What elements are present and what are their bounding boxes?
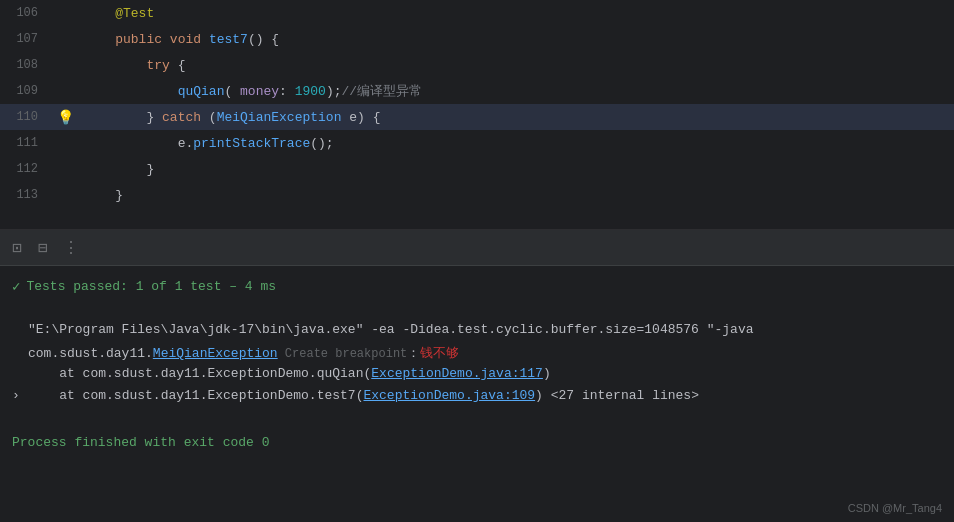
comment-109: //编译型异常 — [342, 84, 423, 99]
test-passed-text: Tests passed: 1 of 1 test – 4 ms — [26, 279, 276, 294]
code-line-111: 111 e.printStackTrace(); — [0, 130, 954, 156]
code-line-107: 107 public void test7() { — [0, 26, 954, 52]
console-empty-2 — [0, 409, 954, 431]
colon-sep: ： — [407, 346, 420, 361]
kw-public: public — [115, 32, 162, 47]
kw-void: void — [170, 32, 201, 47]
line-content-107: public void test7() { — [80, 32, 954, 47]
punc-110b: e) { — [341, 110, 380, 125]
line-content-106: @Test — [80, 6, 954, 21]
more-icon[interactable]: ⋮ — [59, 236, 83, 260]
stack2-content: at com.sdust.day11.ExceptionDemo.test7(E… — [28, 388, 942, 403]
line-content-111: e.printStackTrace(); — [80, 136, 954, 151]
kw-try: try — [146, 58, 169, 73]
line-number-108: 108 — [0, 58, 50, 72]
closing-brace-110: } — [146, 110, 162, 125]
code-line-113: 113 } — [0, 182, 954, 208]
stack1-content: at com.sdust.day11.ExceptionDemo.quQian(… — [28, 366, 942, 381]
code-line-110: 110 💡 } catch (MeiQianException e) { — [0, 104, 954, 130]
brace-113: } — [115, 188, 123, 203]
annotation-test: @Test — [84, 6, 154, 21]
stack2-link[interactable]: ExceptionDemo.java:109 — [363, 388, 535, 403]
brace-112: } — [146, 162, 154, 177]
rerun-icon[interactable]: ⊡ — [8, 236, 26, 260]
arrow-stack2: › — [12, 388, 28, 403]
line-number-106: 106 — [0, 6, 50, 20]
colon-sep: : — [279, 84, 287, 99]
exception-content: com.sdust.day11.MeiQianException Create … — [28, 344, 942, 362]
process-finished-text: Process finished with exit code 0 — [12, 435, 269, 450]
exception-class-link[interactable]: MeiQianException — [153, 346, 278, 361]
stack2-suffix: ) <27 internal lines> — [535, 388, 699, 403]
line-number-107: 107 — [0, 32, 50, 46]
line-content-112: } — [80, 162, 954, 177]
stack1-end: ) — [543, 366, 551, 381]
console-exception-line: com.sdust.day11.MeiQianException Create … — [0, 343, 954, 365]
code-line-106: 106 @Test — [0, 0, 954, 26]
csdn-watermark: CSDN @Mr_Tang4 — [848, 502, 942, 514]
lightbulb-icon[interactable]: 💡 — [57, 109, 74, 126]
kw-catch: catch — [162, 110, 201, 125]
line-number-111: 111 — [0, 136, 50, 150]
fn-test7: test7 — [209, 32, 248, 47]
punc-110a: ( — [201, 110, 217, 125]
console-stack1: at com.sdust.day11.ExceptionDemo.quQian(… — [0, 365, 954, 387]
gutter-110: 💡 — [50, 109, 80, 126]
exception-prefix: com.sdust.day11. — [28, 346, 153, 361]
test-passed-line: ✓ Tests passed: 1 of 1 test – 4 ms — [0, 274, 954, 299]
console-cmd-line: "E:\Program Files\Java\jdk-17\bin\java.e… — [0, 321, 954, 343]
line-content-108: try { — [80, 58, 954, 73]
stack2-prefix: at com.sdust.day11.ExceptionDemo.test7( — [28, 388, 363, 403]
console-stack2: › at com.sdust.day11.ExceptionDemo.test7… — [0, 387, 954, 409]
code-line-112: 112 } — [0, 156, 954, 182]
empty-content-2 — [28, 410, 942, 425]
watermark-text: CSDN @Mr_Tang4 — [848, 502, 942, 514]
paren-open: ( — [224, 84, 232, 99]
line-content-109: quQian( money: 1900);//编译型异常 — [80, 82, 954, 100]
e-dot: e. — [178, 136, 194, 151]
stack1-prefix: at com.sdust.day11.ExceptionDemo.quQian( — [28, 366, 371, 381]
check-icon: ✓ — [12, 278, 20, 295]
punc-108: { — [170, 58, 186, 73]
num-1900: 1900 — [295, 84, 326, 99]
empty-content — [28, 300, 942, 315]
line-number-109: 109 — [0, 84, 50, 98]
exception-msg: 钱不够 — [420, 346, 459, 361]
stop-icon[interactable]: ⊟ — [34, 236, 52, 260]
line-content-110: } catch (MeiQianException e) { — [80, 110, 954, 125]
code-line-108: 108 try { — [0, 52, 954, 78]
stack1-link[interactable]: ExceptionDemo.java:117 — [371, 366, 543, 381]
code-editor: 106 @Test 107 public void test7() { 108 … — [0, 0, 954, 230]
code-line-109: 109 quQian( money: 1900);//编译型异常 — [0, 78, 954, 104]
line-number-112: 112 — [0, 162, 50, 176]
cls-meiqian: MeiQianException — [217, 110, 342, 125]
create-breakpoint-text[interactable]: Create breakpoint — [278, 347, 408, 361]
fn-quqian: quQian — [178, 84, 225, 99]
cmd-content: "E:\Program Files\Java\jdk-17\bin\java.e… — [28, 322, 942, 337]
punc-107: () { — [248, 32, 279, 47]
fn-printstacktrace: printStackTrace — [193, 136, 310, 151]
line-number-110: 110 — [0, 110, 50, 124]
code-lines: 106 @Test 107 public void test7() { 108 … — [0, 0, 954, 208]
line-number-113: 113 — [0, 188, 50, 202]
punc-111: (); — [310, 136, 333, 151]
param-money: money — [240, 84, 279, 99]
console-empty-1 — [0, 299, 954, 321]
process-finished-line: Process finished with exit code 0 — [0, 431, 954, 454]
line-content-113: } — [80, 188, 954, 203]
console-output: ✓ Tests passed: 1 of 1 test – 4 ms "E:\P… — [0, 266, 954, 522]
console-toolbar: ⊡ ⊟ ⋮ — [0, 230, 954, 266]
punc-109: ); — [326, 84, 342, 99]
